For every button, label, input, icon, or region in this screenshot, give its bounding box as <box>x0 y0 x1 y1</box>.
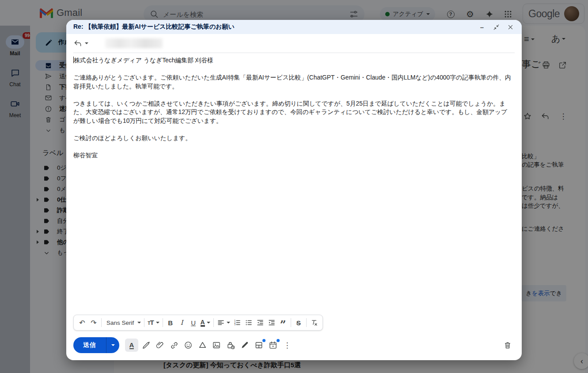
notification-dot <box>277 339 280 342</box>
remove-formatting-button[interactable] <box>308 316 320 329</box>
chevron-down-icon <box>111 344 115 346</box>
trash-icon <box>503 341 512 350</box>
exit-fullscreen-button[interactable] <box>491 22 501 32</box>
underline-button[interactable]: U <box>188 316 199 329</box>
help-me-write-button[interactable] <box>139 339 152 352</box>
italic-icon: I <box>181 319 183 327</box>
send-options-button[interactable] <box>106 337 119 353</box>
body-paragraph: 株式会社うなぎメディア うなぎTech編集部 刈谷様 <box>74 57 213 64</box>
font-family-selector[interactable]: Sans Serif <box>103 316 142 329</box>
drive-icon <box>198 341 207 350</box>
divider <box>291 318 291 327</box>
lock-clock-icon <box>226 341 235 350</box>
image-icon <box>212 341 221 350</box>
bulleted-list-icon <box>245 319 253 327</box>
numbered-list-button[interactable] <box>231 316 243 329</box>
divider <box>213 318 214 327</box>
message-body-editor[interactable]: 株式会社うなぎメディア うなぎTech編集部 刈谷様 ご連絡ありがとうございます… <box>73 56 511 307</box>
outdent-button[interactable] <box>254 316 266 329</box>
formatting-toolbar: ↶ ↷ Sans Serif TT B I U A ” S <box>73 315 323 331</box>
exit-fullscreen-icon <box>493 24 500 30</box>
divider <box>101 318 102 327</box>
text-color-icon: A <box>201 319 205 327</box>
divider <box>73 53 515 53</box>
indent-button[interactable] <box>266 316 277 329</box>
insert-photo-button[interactable] <box>210 339 223 352</box>
remove-formatting-icon <box>310 319 318 327</box>
close-button[interactable] <box>505 22 516 32</box>
insert-link-button[interactable] <box>167 339 181 352</box>
text-color-button[interactable]: A <box>199 316 212 329</box>
pen-sparkle-icon <box>141 341 151 350</box>
pen-icon <box>240 341 249 350</box>
chevron-down-icon <box>156 322 159 324</box>
align-icon <box>217 319 225 327</box>
bulleted-list-button[interactable] <box>243 316 254 329</box>
strikethrough-icon: S <box>296 319 301 327</box>
minimize-icon: – <box>480 23 484 31</box>
calendar-invite-button[interactable] <box>266 339 280 352</box>
compose-header[interactable]: Re: 【執筆依頼】最新AIサービス比較記事ご執筆のお願い – <box>66 20 522 34</box>
recipient-row[interactable] <box>66 34 522 53</box>
more-vert-icon: ⋮ <box>284 341 291 350</box>
chevron-down-icon <box>207 322 210 324</box>
font-size-button[interactable]: TT <box>146 316 160 329</box>
insert-from-drive-button[interactable] <box>196 339 209 352</box>
insert-signature-button[interactable] <box>238 339 251 352</box>
compose-window: Re: 【執筆依頼】最新AIサービス比較記事ご執筆のお願い – 株式会社うなぎメ… <box>66 20 522 360</box>
outdent-icon <box>256 319 264 327</box>
chevron-down-icon <box>227 322 230 324</box>
quote-button[interactable]: ” <box>277 316 289 329</box>
formatting-a-icon: A <box>129 342 134 349</box>
layout-icon <box>254 341 263 350</box>
paperclip-icon <box>156 341 164 350</box>
chevron-down-icon <box>137 322 141 324</box>
undo-button[interactable]: ↶ <box>76 316 88 329</box>
compose-action-bar: 送信 A ⋮ <box>73 336 515 354</box>
notification-dot <box>262 339 266 342</box>
calendar-icon <box>269 341 277 350</box>
body-paragraph: ご検討のほどよろしくお願いいたします。 <box>73 134 511 143</box>
divider <box>144 318 144 327</box>
align-button[interactable] <box>216 316 231 329</box>
formatting-options-button[interactable]: A <box>125 339 138 352</box>
redo-icon: ↷ <box>91 319 96 327</box>
bold-button[interactable]: B <box>165 316 176 329</box>
confidential-mode-button[interactable] <box>224 339 237 352</box>
bold-icon: B <box>168 319 173 327</box>
body-paragraph: 柳谷智宣 <box>73 151 511 160</box>
link-icon <box>170 341 179 350</box>
divider <box>163 318 163 327</box>
italic-button[interactable]: I <box>176 316 188 329</box>
strikethrough-button[interactable]: S <box>293 316 304 329</box>
undo-icon: ↶ <box>79 319 85 327</box>
insert-emoji-button[interactable] <box>182 339 195 352</box>
quote-icon: ” <box>280 323 286 327</box>
indent-icon <box>268 319 276 327</box>
discard-draft-button[interactable] <box>501 339 514 352</box>
body-paragraph: つきましては、いくつかご相談させていただきたい事項がございます。締め切りに関して… <box>73 99 511 126</box>
redo-button[interactable]: ↷ <box>88 316 99 329</box>
underline-icon: U <box>191 319 196 327</box>
minimize-button[interactable]: – <box>477 22 487 32</box>
attach-file-button[interactable] <box>153 339 167 352</box>
send-button[interactable]: 送信 <box>73 337 106 353</box>
emoji-icon <box>184 341 193 350</box>
divider <box>306 318 307 327</box>
reply-type-chevron-icon[interactable] <box>85 42 88 44</box>
more-options-button[interactable]: ⋮ <box>281 339 294 352</box>
layouts-button[interactable] <box>252 339 266 352</box>
close-icon <box>507 24 514 30</box>
reply-icon[interactable] <box>73 39 82 48</box>
numbered-list-icon <box>233 319 241 327</box>
body-paragraph: ご連絡ありがとうございます。ご依頼いただいた生成AI特集「最新AIサービス比較」… <box>73 73 511 91</box>
compose-subject-title: Re: 【執筆依頼】最新AIサービス比較記事ご執筆のお願い <box>73 23 477 31</box>
recipient-redacted <box>105 38 163 48</box>
